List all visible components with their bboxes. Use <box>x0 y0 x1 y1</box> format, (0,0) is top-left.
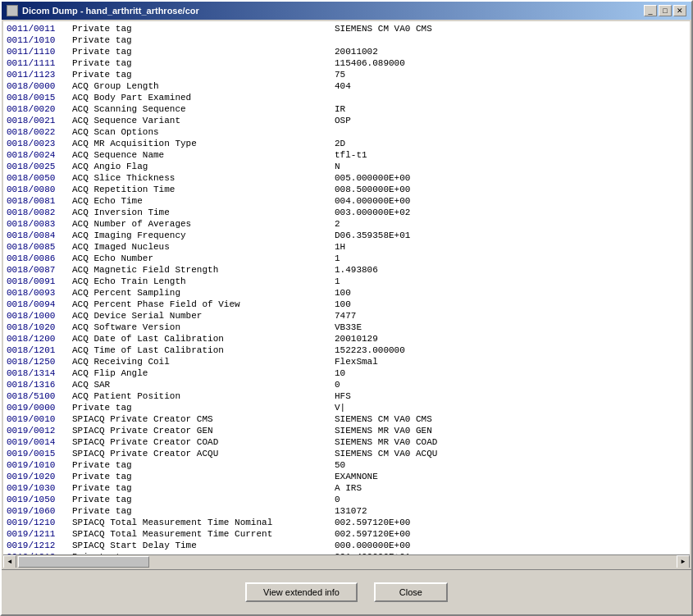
table-row: 0018/0000ACQ Group Length404 <box>3 80 690 92</box>
title-bar: Dicom Dump - hand_arthritt_arthrose/cor … <box>2 2 691 20</box>
table-row: 0018/0086ACQ Echo Number1 <box>3 253 690 264</box>
table-row: 0018/1000ACQ Device Serial Number7477 <box>3 310 690 322</box>
window-close-button[interactable]: ✕ <box>673 5 686 16</box>
tag-cell: 0011/1010 <box>7 34 72 46</box>
table-row: 0018/0021ACQ Sequence VariantOSP <box>3 115 690 126</box>
table-row: 0018/0082ACQ Inversion Time003.000000E+0… <box>3 207 690 218</box>
horizontal-scroll-track[interactable] <box>16 555 677 568</box>
tag-cell: 0019/1211 <box>7 528 72 540</box>
table-row: 0019/1210SPIACQ Total Measurement Time N… <box>3 517 690 528</box>
tag-cell: 0018/1201 <box>7 345 72 356</box>
value-cell: EXAMNONE <box>335 471 686 482</box>
value-cell: VB33E <box>335 322 686 333</box>
value-cell: 1 <box>335 276 686 287</box>
value-cell: N <box>335 161 686 172</box>
tag-cell: 0018/0020 <box>7 103 72 115</box>
name-cell: SPIACQ Private Creator ACQU <box>72 448 335 459</box>
table-row: 0011/1110Private tag20011002 <box>3 46 690 57</box>
tag-cell: 0019/0015 <box>7 448 72 459</box>
horizontal-scroll-thumb[interactable] <box>18 556 149 568</box>
name-cell: ACQ Echo Train Length <box>72 276 335 287</box>
tag-cell: 0018/1316 <box>7 379 72 390</box>
tag-cell: 0018/0025 <box>7 161 72 172</box>
table-row: 0019/0015SPIACQ Private Creator ACQUSIEM… <box>3 448 690 459</box>
table-row: 0018/0022ACQ Scan Options <box>3 126 690 138</box>
name-cell: ACQ Group Length <box>72 80 335 92</box>
tag-cell: 0018/0080 <box>7 184 72 195</box>
minimize-button[interactable]: _ <box>644 5 657 16</box>
value-cell: 000.000000E+00 <box>335 540 686 551</box>
value-cell: 100 <box>335 299 686 310</box>
table-row: 0018/0050ACQ Slice Thickness005.000000E+… <box>3 172 690 184</box>
table-row: 0018/0087ACQ Magnetic Field Strength1.49… <box>3 264 690 276</box>
name-cell: Private tag <box>72 23 335 34</box>
name-cell: Private tag <box>72 69 335 80</box>
tag-cell: 0018/0022 <box>7 126 72 138</box>
name-cell: SPIACQ Private Creator CMS <box>72 413 335 425</box>
value-cell <box>335 34 686 46</box>
tag-cell: 0018/0000 <box>7 80 72 92</box>
table-row: 0019/0014SPIACQ Private Creator COADSIEM… <box>3 436 690 448</box>
value-cell: SIEMENS CM VA0 ACQU <box>335 448 686 459</box>
value-cell <box>335 126 686 138</box>
name-cell: ACQ Magnetic Field Strength <box>72 264 335 276</box>
tag-cell: 0019/1020 <box>7 471 72 482</box>
tag-cell: 0019/0010 <box>7 413 72 425</box>
tag-cell: 0018/0087 <box>7 264 72 276</box>
name-cell: Private tag <box>72 402 335 413</box>
tag-cell: 0019/1212 <box>7 540 72 551</box>
footer: View extended info Close <box>2 569 691 614</box>
tag-cell: 0019/0000 <box>7 402 72 413</box>
name-cell: ACQ SAR <box>72 379 335 390</box>
tag-cell: 0019/0014 <box>7 436 72 448</box>
table-row: 0018/0024ACQ Sequence Nametfl-t1 <box>3 149 690 161</box>
tag-cell: 0011/0011 <box>7 23 72 34</box>
tag-cell: 0019/1010 <box>7 459 72 471</box>
scroll-right-button[interactable]: ► <box>677 555 690 568</box>
tag-cell: 0018/0082 <box>7 207 72 218</box>
name-cell: Private tag <box>72 57 335 69</box>
table-row: 0019/1030Private tagA IRS <box>3 482 690 494</box>
table-row: 0018/1200ACQ Date of Last Calibration200… <box>3 333 690 345</box>
table-row: 0018/1316ACQ SAR0 <box>3 379 690 390</box>
table-row: 0011/0011Private tagSIEMENS CM VA0 CMS <box>3 23 690 34</box>
value-cell: 008.500000E+00 <box>335 184 686 195</box>
table-row: 0011/1010Private tag <box>3 34 690 46</box>
table-row: 0019/1010Private tag50 <box>3 459 690 471</box>
view-extended-info-button[interactable]: View extended info <box>245 582 358 602</box>
table-row: 0018/0025ACQ Angio FlagN <box>3 161 690 172</box>
value-cell: 20010129 <box>335 333 686 345</box>
name-cell: Private tag <box>72 459 335 471</box>
value-cell: 1H <box>335 241 686 253</box>
value-cell: 152223.000000 <box>335 345 686 356</box>
value-cell: IR <box>335 103 686 115</box>
name-cell: ACQ Inversion Time <box>72 207 335 218</box>
tag-cell: 0019/1050 <box>7 494 72 505</box>
table-row: 0019/0012SPIACQ Private Creator GENSIEME… <box>3 425 690 436</box>
close-button[interactable]: Close <box>374 582 448 602</box>
name-cell: ACQ Sequence Variant <box>72 115 335 126</box>
tag-cell: 0018/5100 <box>7 390 72 402</box>
value-cell: V| <box>335 402 686 413</box>
table-row: 0011/1111Private tag115406.089000 <box>3 57 690 69</box>
tag-cell: 0018/0086 <box>7 253 72 264</box>
data-table[interactable]: 0011/0011Private tagSIEMENS CM VA0 CMS00… <box>3 21 690 554</box>
tag-cell: 0019/1030 <box>7 482 72 494</box>
value-cell: SIEMENS MR VA0 COAD <box>335 436 686 448</box>
name-cell: ACQ MR Acquisition Type <box>72 138 335 149</box>
value-cell: SIEMENS CM VA0 CMS <box>335 23 686 34</box>
name-cell: SPIACQ Private Creator GEN <box>72 425 335 436</box>
name-cell: ACQ Angio Flag <box>72 161 335 172</box>
value-cell: 0 <box>335 494 686 505</box>
scroll-container: 0011/0011Private tagSIEMENS CM VA0 CMS00… <box>3 21 690 568</box>
table-row: 0018/5100ACQ Patient PositionHFS <box>3 390 690 402</box>
table-row: 0019/1060Private tag131072 <box>3 505 690 517</box>
name-cell: SPIACQ Total Measurement Time Current <box>72 528 335 540</box>
value-cell: 100 <box>335 287 686 299</box>
value-cell: 10 <box>335 367 686 379</box>
tag-cell: 0011/1123 <box>7 69 72 80</box>
table-row: 0019/1020Private tagEXAMNONE <box>3 471 690 482</box>
value-cell: 0 <box>335 379 686 390</box>
scroll-left-button[interactable]: ◄ <box>3 555 16 568</box>
maximize-button[interactable]: □ <box>659 5 672 16</box>
